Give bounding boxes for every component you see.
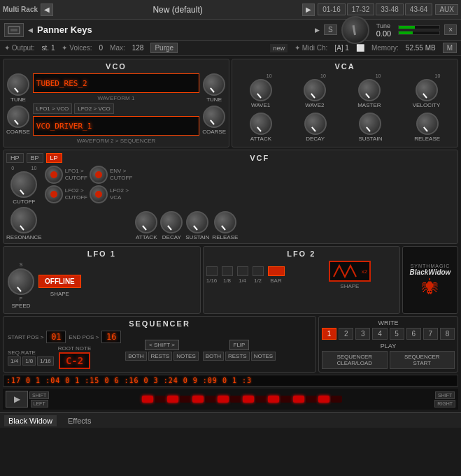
vca-master-knob[interactable] bbox=[358, 79, 381, 101]
next-preset-btn[interactable]: ▶ bbox=[302, 3, 315, 16]
tab-43-64[interactable]: 43-64 bbox=[405, 3, 433, 15]
max-val: 128 bbox=[132, 44, 144, 52]
write-btns: 1 2 3 4 5 6 7 8 bbox=[322, 328, 455, 340]
plugin-nav-right[interactable]: ▶ bbox=[315, 27, 320, 34]
waveform2-text: VCO_DRIVER_1 bbox=[36, 122, 92, 131]
shift-btn[interactable]: < SHIFT > bbox=[145, 340, 179, 350]
vcf-left-knobs: 010 CUTOFF RESONANCE bbox=[6, 166, 42, 240]
lfo1-cutoff-btn[interactable] bbox=[45, 166, 63, 184]
rate-14-seq-btn[interactable]: 1/4 bbox=[8, 356, 21, 366]
flip-sub-btns: BOTH RESTS NOTES bbox=[203, 352, 276, 361]
vca-decay-label: DECAY bbox=[306, 136, 325, 142]
tab-17-32[interactable]: 17-32 bbox=[347, 3, 375, 15]
vca-wave2-label: WAVE2 bbox=[305, 102, 324, 108]
rests-flip-btn[interactable]: RESTS bbox=[225, 352, 250, 361]
vco-tune1-knob[interactable] bbox=[7, 73, 29, 96]
rate-116-seq-btn[interactable]: 1/16 bbox=[37, 356, 54, 366]
lp-filter-btn[interactable]: LP bbox=[46, 153, 62, 163]
vcf-attack-knob[interactable] bbox=[135, 211, 157, 233]
vco-coarse1-knob[interactable] bbox=[7, 106, 29, 128]
play-btn[interactable]: ▶ bbox=[6, 391, 28, 408]
both-shift-btn[interactable]: BOTH bbox=[125, 352, 146, 361]
vca-velocity-group: 10 VELOCITY bbox=[413, 73, 441, 108]
lfo1-vco-btn[interactable]: LFO1 > VCO bbox=[33, 103, 72, 114]
lfo2-cutoff-btn[interactable] bbox=[45, 185, 63, 203]
vca-wave2-knob[interactable] bbox=[304, 79, 326, 101]
lfo2-vco-btn[interactable]: LFO2 > VCO bbox=[74, 103, 113, 114]
vca-wave1-knob[interactable] bbox=[250, 79, 272, 101]
write-btn-1[interactable]: 1 bbox=[322, 328, 336, 340]
vca-decay-knob[interactable] bbox=[304, 113, 327, 135]
lfo2-vca-btn[interactable] bbox=[90, 185, 108, 203]
vcf-cutoff-knob[interactable] bbox=[10, 171, 37, 198]
write-btn-4[interactable]: 4 bbox=[372, 328, 387, 340]
vcf-title: VCF bbox=[250, 154, 269, 162]
notes-flip-btn[interactable]: NOTES bbox=[251, 352, 276, 361]
rate-116-btn[interactable] bbox=[206, 266, 218, 276]
tab-01-16[interactable]: 01-16 bbox=[318, 3, 346, 15]
write-btn-7[interactable]: 7 bbox=[423, 328, 438, 340]
vca-wave2-group: 10 WAVE2 bbox=[304, 73, 326, 108]
vca-attack-knob[interactable] bbox=[250, 113, 272, 135]
vca-velocity-knob[interactable] bbox=[416, 79, 438, 101]
write-btn-8[interactable]: 8 bbox=[440, 328, 455, 340]
notes-shift-btn[interactable]: NOTES bbox=[173, 352, 199, 361]
tuner-knob[interactable] bbox=[341, 16, 369, 44]
vcf-release-knob[interactable] bbox=[214, 211, 236, 233]
s-button[interactable]: S bbox=[324, 24, 337, 35]
rate-14-btn[interactable] bbox=[237, 266, 248, 276]
new-display: new bbox=[270, 44, 288, 52]
vcf-resonance-label: RESONANCE bbox=[6, 234, 42, 240]
effects-status[interactable]: Effects bbox=[64, 415, 95, 426]
lfo1-speed-knob[interactable] bbox=[8, 268, 34, 295]
vco-right-knobs: TUNE COARSE bbox=[202, 73, 226, 144]
shift-left-btn[interactable]: SHIFT bbox=[29, 391, 49, 399]
rate-bar-btn[interactable] bbox=[268, 266, 285, 276]
plugin-nav-left[interactable]: ◀ bbox=[28, 27, 33, 34]
vco-tune2-knob[interactable] bbox=[203, 73, 225, 96]
aux-btn[interactable]: AUX bbox=[435, 4, 458, 15]
tab-33-48[interactable]: 33-48 bbox=[376, 3, 404, 15]
close-plugin-btn[interactable]: × bbox=[444, 24, 457, 35]
write-btn-6[interactable]: 6 bbox=[406, 328, 421, 340]
write-btn-2[interactable]: 2 bbox=[339, 328, 353, 340]
vca-sustain-knob[interactable] bbox=[359, 113, 381, 135]
max-label: Max: bbox=[110, 44, 125, 52]
vcf-release-group: RELEASE bbox=[212, 211, 238, 240]
shift-left-dir-btn[interactable]: LEFT bbox=[31, 400, 48, 408]
rate-18-seq-btn[interactable]: 1/8 bbox=[22, 356, 36, 366]
purge-btn[interactable]: Purge bbox=[150, 43, 178, 53]
flip-btn[interactable]: FLIP bbox=[229, 340, 250, 350]
vca-release-knob[interactable] bbox=[416, 113, 439, 135]
seq-clear-btn[interactable]: SEQUENCERCLEAR/LOAD bbox=[322, 351, 388, 369]
env-cutoff-btn[interactable] bbox=[90, 166, 108, 184]
rests-shift-btn[interactable]: RESTS bbox=[148, 352, 173, 361]
shift-right-btn[interactable]: SHIFT bbox=[435, 391, 455, 399]
prev-preset-btn[interactable]: ◀ bbox=[41, 3, 53, 16]
vcf-decay-knob[interactable] bbox=[160, 211, 183, 233]
vco-coarse2-label: COARSE bbox=[202, 129, 226, 135]
vco-coarse2-knob[interactable] bbox=[203, 106, 225, 128]
preset-status[interactable]: Black Widow bbox=[4, 415, 57, 426]
rate-18-btn[interactable] bbox=[222, 266, 233, 276]
led-indicators bbox=[50, 396, 433, 403]
vcf-title-area: VCF bbox=[65, 154, 455, 162]
led-14 bbox=[306, 396, 317, 403]
vcf-resonance-knob[interactable] bbox=[10, 207, 37, 233]
vcf-sustain-knob[interactable] bbox=[186, 211, 208, 233]
bp-filter-btn[interactable]: BP bbox=[27, 153, 43, 163]
write-btn-5[interactable]: 5 bbox=[390, 328, 404, 340]
write-btn-3[interactable]: 3 bbox=[355, 328, 370, 340]
tuner-area bbox=[341, 16, 369, 44]
hp-filter-btn[interactable]: HP bbox=[6, 153, 24, 163]
sequencer-panel: SEQUENCER START POS > 01 END POS > 16 SE… bbox=[3, 316, 316, 373]
rate-12-btn[interactable] bbox=[253, 266, 264, 276]
seq-start-btn[interactable]: SEQUENCERSTART bbox=[390, 351, 455, 369]
app-title: Multi Rack bbox=[3, 6, 38, 13]
both-flip-btn[interactable]: BOTH bbox=[203, 352, 224, 361]
m-button[interactable]: M bbox=[443, 43, 457, 53]
lfo1-status[interactable]: OFFLINE bbox=[38, 275, 81, 288]
shift-right-dir-btn[interactable]: RIGHT bbox=[434, 400, 455, 408]
vca-velocity-label: VELOCITY bbox=[413, 102, 441, 108]
led-15 bbox=[318, 396, 329, 403]
